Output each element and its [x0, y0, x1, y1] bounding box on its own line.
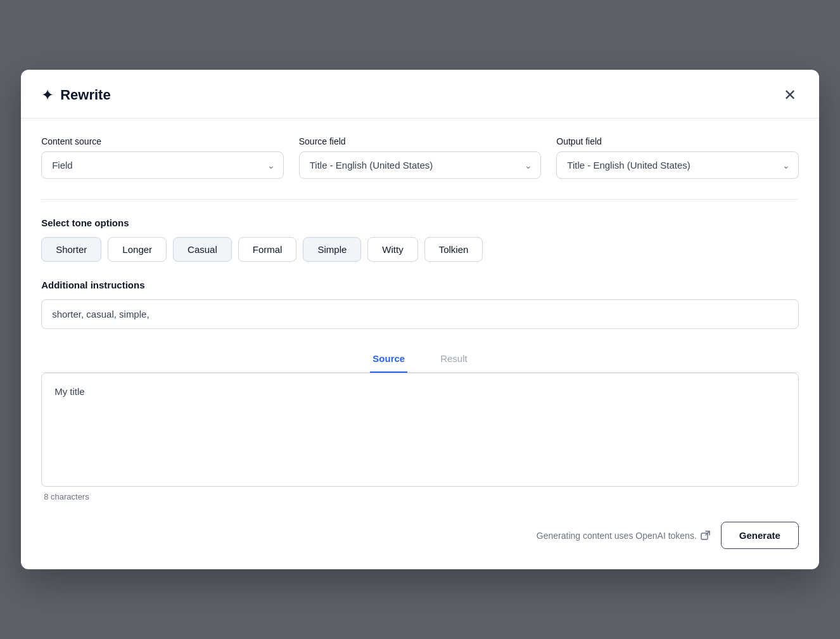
source-field-group: Source field Title - English (United Sta… [299, 136, 542, 179]
modal-overlay: ✦ Rewrite ✕ Content source Field Manual … [0, 0, 840, 639]
tab-source[interactable]: Source [370, 347, 407, 373]
fields-row: Content source Field Manual ⌄ Source fie… [41, 136, 799, 179]
char-count: 8 characters [44, 492, 799, 501]
tone-section-label: Select tone options [41, 217, 799, 228]
output-field-group: Output field Title - English (United Sta… [556, 136, 799, 179]
source-field-select[interactable]: Title - English (United States) Descript… [299, 152, 542, 179]
source-content-text: My title [54, 386, 85, 397]
modal-content: Content source Field Manual ⌄ Source fie… [21, 119, 819, 569]
tone-btn-casual[interactable]: Casual [173, 237, 232, 262]
content-source-wrapper: Field Manual ⌄ [41, 152, 284, 179]
output-field-wrapper: Title - English (United States) Descript… [556, 152, 799, 179]
divider [41, 199, 799, 200]
external-link-icon [701, 531, 711, 541]
tone-btn-simple[interactable]: Simple [303, 237, 361, 262]
generate-button[interactable]: Generate [721, 522, 799, 549]
content-source-select[interactable]: Field Manual [41, 152, 284, 179]
source-field-label: Source field [299, 136, 542, 146]
tone-btn-formal[interactable]: Formal [238, 237, 297, 262]
tabs-row: Source Result [41, 347, 799, 373]
close-button[interactable]: ✕ [781, 85, 799, 105]
rewrite-modal: ✦ Rewrite ✕ Content source Field Manual … [21, 70, 819, 569]
source-field-wrapper: Title - English (United States) Descript… [299, 152, 542, 179]
sparkle-icon: ✦ [41, 86, 54, 104]
source-content-area: My title [41, 373, 799, 487]
tone-btn-shorter[interactable]: Shorter [41, 237, 101, 262]
content-source-label: Content source [41, 136, 284, 146]
content-source-group: Content source Field Manual ⌄ [41, 136, 284, 179]
title-group: ✦ Rewrite [41, 86, 110, 104]
modal-header: ✦ Rewrite ✕ [21, 70, 819, 119]
output-field-label: Output field [556, 136, 799, 146]
tone-options: Shorter Longer Casual Formal Simple Witt… [41, 237, 799, 262]
tone-section: Select tone options Shorter Longer Casua… [41, 217, 799, 262]
tab-result[interactable]: Result [438, 347, 470, 373]
footer-row: Generating content uses OpenAI tokens. G… [41, 517, 799, 549]
tone-btn-witty[interactable]: Witty [367, 237, 417, 262]
tone-btn-tolkien[interactable]: Tolkien [424, 237, 483, 262]
footer-note: Generating content uses OpenAI tokens. [537, 531, 711, 541]
modal-title: Rewrite [60, 87, 110, 103]
tone-btn-longer[interactable]: Longer [108, 237, 167, 262]
instructions-input[interactable] [41, 299, 799, 329]
output-field-select[interactable]: Title - English (United States) Descript… [556, 152, 799, 179]
instructions-label: Additional instructions [41, 280, 799, 290]
footer-note-text: Generating content uses OpenAI tokens. [537, 531, 697, 541]
instructions-section: Additional instructions [41, 280, 799, 329]
